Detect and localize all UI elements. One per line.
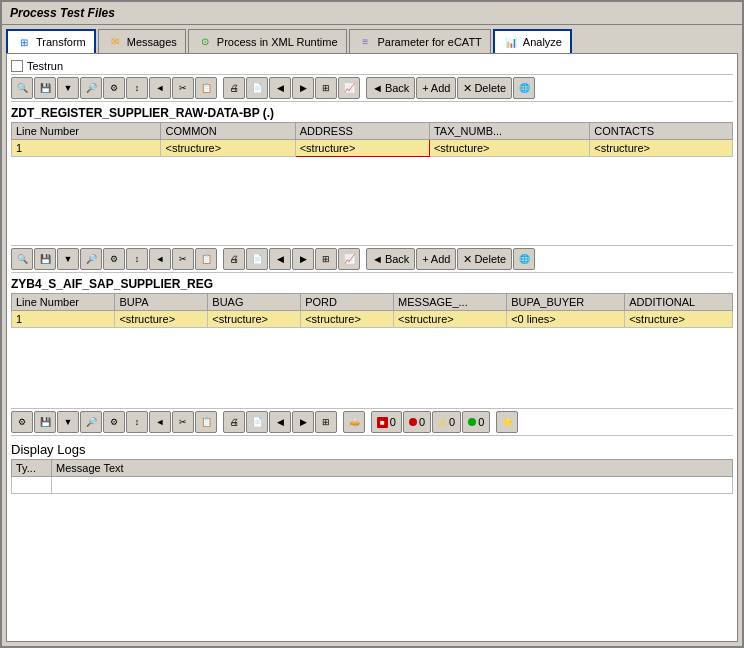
tab-process-xml-label: Process in XML Runtime <box>217 36 338 48</box>
logs-cell-message <box>52 477 733 494</box>
tool-btn-8[interactable]: ✂ <box>172 411 194 433</box>
zoom-button[interactable]: 🔍 <box>11 77 33 99</box>
delete-icon-2: ✕ <box>463 253 472 266</box>
chart-button-2[interactable]: 📈 <box>338 248 360 270</box>
cell-common1: <structure> <box>161 140 295 157</box>
globe-button-2[interactable]: 🌐 <box>513 248 535 270</box>
table-row[interactable]: 1 <structure> <structure> <structure> <s… <box>12 140 733 157</box>
arrows-button[interactable]: ↕ <box>126 77 148 99</box>
table2-col-additional: ADDITIONAL <box>625 294 733 311</box>
tool-btn-1[interactable]: ⚙ <box>11 411 33 433</box>
tool-btn-12[interactable]: ◀ <box>269 411 291 433</box>
add-button-2[interactable]: + Add <box>416 248 456 270</box>
tab-process-xml[interactable]: ⊙ Process in XML Runtime <box>188 29 347 53</box>
pie-chart-icon[interactable]: 🥧 <box>343 411 365 433</box>
warn-count: 0 <box>449 416 455 428</box>
logs-cell-type <box>12 477 52 494</box>
tool-btn-11[interactable]: 📄 <box>246 411 268 433</box>
filter-button[interactable]: ▼ <box>57 77 79 99</box>
tool-btn-15[interactable]: ⭐ <box>496 411 518 433</box>
tool-btn-7[interactable]: ◄ <box>149 411 171 433</box>
nav2-button[interactable]: ▶ <box>292 77 314 99</box>
zoom-button-2[interactable]: 🔍 <box>11 248 33 270</box>
tab-transform-label: Transform <box>36 36 86 48</box>
table2-col-message: MESSAGE_... <box>394 294 507 311</box>
back-arrow-icon-2: ◄ <box>372 253 383 265</box>
tool-btn-4[interactable]: 🔎 <box>80 411 102 433</box>
add-button-1[interactable]: + Add <box>416 77 456 99</box>
logs-empty-row <box>12 477 733 494</box>
delete-button-2[interactable]: ✕ Delete <box>457 248 512 270</box>
green-dot-icon <box>468 418 476 426</box>
grid-button-2[interactable]: ⊞ <box>315 248 337 270</box>
table-row[interactable]: 1 <structure> <structure> <structure> <s… <box>12 311 733 328</box>
back-button-2[interactable]: ◄ Back <box>366 248 415 270</box>
testrun-checkbox[interactable] <box>11 60 23 72</box>
nav1-button-2[interactable]: ◀ <box>269 248 291 270</box>
paste-button[interactable]: 📋 <box>195 77 217 99</box>
left-button[interactable]: ◄ <box>149 77 171 99</box>
tool-btn-3[interactable]: ▼ <box>57 411 79 433</box>
print-button-2[interactable]: 🖨 <box>223 248 245 270</box>
parameter-icon: ≡ <box>358 34 374 50</box>
print2-button-2[interactable]: 📄 <box>246 248 268 270</box>
tool-btn-2[interactable]: 💾 <box>34 411 56 433</box>
print2-button[interactable]: 📄 <box>246 77 268 99</box>
cell2-buag1: <structure> <box>208 311 301 328</box>
table2-col-bupa: BUPA <box>115 294 208 311</box>
table1: Line Number COMMON ADDRESS TAX_NUMB... C… <box>11 122 733 157</box>
tool-btn-5[interactable]: ⚙ <box>103 411 125 433</box>
tool-btn-14[interactable]: ⊞ <box>315 411 337 433</box>
title-bar: Process Test Files <box>2 2 742 25</box>
tool-btn-6[interactable]: ↕ <box>126 411 148 433</box>
tab-messages-label: Messages <box>127 36 177 48</box>
bottom-toolbar: ⚙ 💾 ▼ 🔎 ⚙ ↕ ◄ ✂ 📋 🖨 📄 ◀ ▶ ⊞ 🥧 ■ 0 <box>11 408 733 436</box>
warn-badge: ⚠ 0 <box>432 411 461 433</box>
tool-btn-10[interactable]: 🖨 <box>223 411 245 433</box>
save-button-2[interactable]: 💾 <box>34 248 56 270</box>
paste-button-2[interactable]: 📋 <box>195 248 217 270</box>
table1-title: ZDT_REGISTER_SUPPLIER_RAW-DATA-BP (.) <box>11 102 733 122</box>
tab-parameter-label: Parameter for eCATT <box>378 36 482 48</box>
find-button[interactable]: 🔎 <box>80 77 102 99</box>
tool-btn-13[interactable]: ▶ <box>292 411 314 433</box>
cell2-additional1: <structure> <box>625 311 733 328</box>
toolbar-1: 🔍 💾 ▼ 🔎 ⚙ ↕ ◄ ✂ 📋 🖨 📄 ◀ ▶ ⊞ 📈 ◄ Back + A… <box>11 74 733 102</box>
logs-col-type: Ty... <box>12 460 52 477</box>
cut-button[interactable]: ✂ <box>172 77 194 99</box>
find-button-2[interactable]: 🔎 <box>80 248 102 270</box>
back-button-1[interactable]: ◄ Back <box>366 77 415 99</box>
delete-label-2: Delete <box>474 253 506 265</box>
globe-button-1[interactable]: 🌐 <box>513 77 535 99</box>
filter-button-2[interactable]: ▼ <box>57 248 79 270</box>
table2: Line Number BUPA BUAG PORD MESSAGE_... B… <box>11 293 733 328</box>
tab-analyze[interactable]: 📊 Analyze <box>493 29 572 53</box>
left-button-2[interactable]: ◄ <box>149 248 171 270</box>
delete-label-1: Delete <box>474 82 506 94</box>
back-label-1: Back <box>385 82 409 94</box>
arrows-button-2[interactable]: ↕ <box>126 248 148 270</box>
table1-col-contacts: CONTACTS <box>590 123 733 140</box>
print-button[interactable]: 🖨 <box>223 77 245 99</box>
window-title: Process Test Files <box>10 6 115 20</box>
tab-messages[interactable]: ✉ Messages <box>98 29 186 53</box>
tool-btn-9[interactable]: 📋 <box>195 411 217 433</box>
chart-button[interactable]: 📈 <box>338 77 360 99</box>
cut-button-2[interactable]: ✂ <box>172 248 194 270</box>
tab-analyze-label: Analyze <box>523 36 562 48</box>
nav2-button-2[interactable]: ▶ <box>292 248 314 270</box>
table1-col-common: COMMON <box>161 123 295 140</box>
add-label-1: Add <box>431 82 451 94</box>
delete-button-1[interactable]: ✕ Delete <box>457 77 512 99</box>
add-icon-2: + <box>422 253 428 265</box>
save-button[interactable]: 💾 <box>34 77 56 99</box>
settings-button[interactable]: ⚙ <box>103 77 125 99</box>
grid-button[interactable]: ⊞ <box>315 77 337 99</box>
logs-table: Ty... Message Text <box>11 459 733 494</box>
nav1-button[interactable]: ◀ <box>269 77 291 99</box>
tab-parameter[interactable]: ≡ Parameter for eCATT <box>349 29 491 53</box>
table2-col-pord: PORD <box>301 294 394 311</box>
stop-count: 0 <box>390 416 396 428</box>
tab-transform[interactable]: ⊞ Transform <box>6 29 96 53</box>
settings-button-2[interactable]: ⚙ <box>103 248 125 270</box>
